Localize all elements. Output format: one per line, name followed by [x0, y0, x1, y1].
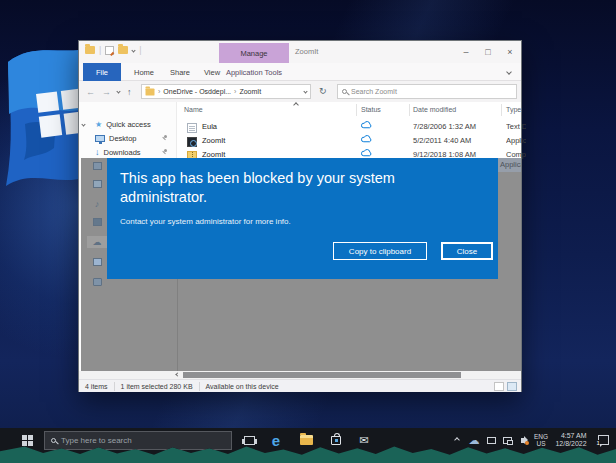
selection-info: 1 item selected 280 KB: [121, 383, 193, 390]
address-dropdown-icon[interactable]: [303, 89, 307, 93]
music-icon: ♪: [91, 198, 103, 210]
tab-application-tools[interactable]: Application Tools: [219, 63, 289, 81]
display-tray-button[interactable]: [484, 428, 498, 452]
expander-icon[interactable]: [81, 122, 85, 126]
breadcrumb-root[interactable]: OneDrive - Osddepl...: [163, 88, 231, 95]
display-icon: [487, 437, 496, 444]
dialog-title: This app has been blocked by your system…: [120, 169, 450, 207]
title-bar: | | Manage ZoomIt – □ ×: [79, 41, 521, 63]
taskbar-search-placeholder: Type here to search: [61, 436, 132, 445]
sidebar-item-desktop[interactable]: Desktop: [79, 131, 176, 145]
horizontal-scrollbar[interactable]: [79, 371, 521, 379]
region-code: US: [536, 440, 545, 447]
ribbon-expand-icon[interactable]: [506, 69, 512, 75]
column-header-date-modified[interactable]: Date modified: [413, 102, 499, 117]
close-button[interactable]: ×: [499, 41, 521, 63]
mail-icon: ✉: [359, 434, 368, 447]
breadcrumb-current[interactable]: ZoomIt: [239, 88, 261, 95]
scrollbar-thumb[interactable]: [183, 372, 461, 378]
maximize-button[interactable]: □: [477, 41, 499, 63]
volume-icon: [521, 438, 525, 443]
edge-button[interactable]: e: [264, 428, 288, 452]
quick-access-toolbar: | |: [85, 45, 142, 55]
details-view-button[interactable]: [494, 382, 504, 391]
large-icons-view-button[interactable]: [507, 382, 517, 391]
chevron-up-icon: [454, 437, 460, 443]
clock[interactable]: 4:57 AM 12/8/2022: [551, 428, 591, 452]
manage-contextual-tab[interactable]: Manage: [219, 43, 289, 63]
item-count: 4 items: [85, 383, 108, 390]
task-view-icon: [244, 436, 255, 445]
pin-icon: [161, 149, 168, 156]
breadcrumb[interactable]: › OneDrive - Osddepl... › ZoomIt: [141, 84, 311, 99]
forward-icon[interactable]: →: [102, 87, 111, 97]
edge-icon: e: [272, 432, 280, 449]
dialog-close-button[interactable]: Close: [441, 242, 493, 260]
back-icon[interactable]: ←: [86, 87, 95, 97]
availability-status: Available on this device: [206, 383, 279, 390]
address-bar: ← → ↑ › OneDrive - Osddepl... › ZoomIt ↻…: [79, 81, 521, 102]
refresh-icon[interactable]: ↻: [319, 86, 327, 96]
show-hidden-icons-button[interactable]: [450, 428, 464, 452]
quick-access-icon: ★: [95, 120, 102, 129]
app-blocked-dialog: This app has been blocked by your system…: [107, 158, 498, 279]
sidebar-item-quick-access[interactable]: ★ Quick access: [79, 117, 176, 131]
cloud-status-icon: [361, 121, 372, 131]
network-icon: [503, 437, 512, 444]
onedrive-cloud-icon: ☁: [469, 434, 480, 447]
dialog-message: Contact your system administrator for mo…: [120, 217, 291, 226]
search-icon: [342, 89, 347, 94]
file-row-eula[interactable]: Eula 7/28/2006 1:32 AM Text Document: [178, 119, 521, 133]
file-explorer-window: | | Manage ZoomIt – □ × File Home Share …: [78, 40, 522, 392]
tab-home[interactable]: Home: [127, 63, 161, 81]
folder-icon[interactable]: [85, 46, 95, 54]
file-explorer-button[interactable]: [294, 428, 318, 452]
search-icon: [51, 438, 56, 443]
tab-share[interactable]: Share: [163, 63, 197, 81]
taskbar-search[interactable]: Type here to search: [44, 431, 232, 450]
copy-to-clipboard-button[interactable]: Copy to clipboard: [333, 242, 427, 260]
store-icon: [331, 436, 341, 445]
recent-locations-icon[interactable]: [116, 89, 120, 93]
windows-logo-icon: [22, 435, 33, 446]
this-pc-icon: [91, 256, 103, 268]
column-header-type[interactable]: Type: [506, 102, 526, 117]
notification-badge: 1: [596, 440, 601, 446]
folder-icon: [146, 88, 155, 95]
window-title: ZoomIt: [295, 47, 318, 56]
desktop-icon: [95, 135, 105, 142]
properties-icon[interactable]: [105, 46, 114, 55]
onedrive-icon: ☁: [87, 236, 107, 248]
action-center-icon: 1: [598, 435, 609, 445]
sidebar-item-downloads[interactable]: ↓ Downloads: [79, 145, 176, 159]
file-row-zoomit-exe[interactable]: ZoomIt 5/2/2011 4:40 AM Application: [178, 133, 521, 147]
store-button[interactable]: [324, 428, 348, 452]
downloads-icon: ↓: [95, 147, 100, 157]
mail-button[interactable]: ✉: [352, 428, 376, 452]
desktop: | | Manage ZoomIt – □ × File Home Share …: [0, 0, 616, 463]
column-header-name[interactable]: Name: [184, 102, 356, 117]
videos-icon: [91, 216, 103, 228]
selected-row-type-dimmed: Application: [498, 158, 521, 172]
notification-dot: [525, 441, 529, 445]
action-center-button[interactable]: 1: [594, 428, 612, 452]
date: 12/8/2022: [555, 440, 586, 447]
qat-dropdown-icon[interactable]: [132, 48, 136, 52]
network-tray-button[interactable]: [500, 428, 514, 452]
minimize-button[interactable]: –: [455, 41, 477, 63]
new-folder-icon[interactable]: [118, 46, 128, 54]
text-document-icon: [187, 123, 197, 133]
volume-tray-button[interactable]: [515, 428, 531, 452]
column-header-status[interactable]: Status: [361, 102, 407, 117]
time: 4:57 AM: [561, 432, 587, 439]
network-icon: [91, 276, 103, 288]
pictures-icon: [91, 178, 103, 190]
ribbon-tabs: File Home Share View Application Tools: [79, 63, 521, 81]
up-icon[interactable]: ↑: [127, 87, 132, 97]
documents-icon: [91, 160, 103, 172]
search-box[interactable]: Search ZoomIt: [337, 84, 517, 99]
application-icon: [187, 137, 197, 147]
scroll-left-icon[interactable]: [175, 372, 179, 376]
tab-file[interactable]: File: [83, 63, 121, 81]
status-bar: 4 items 1 item selected 280 KB Available…: [79, 379, 521, 392]
